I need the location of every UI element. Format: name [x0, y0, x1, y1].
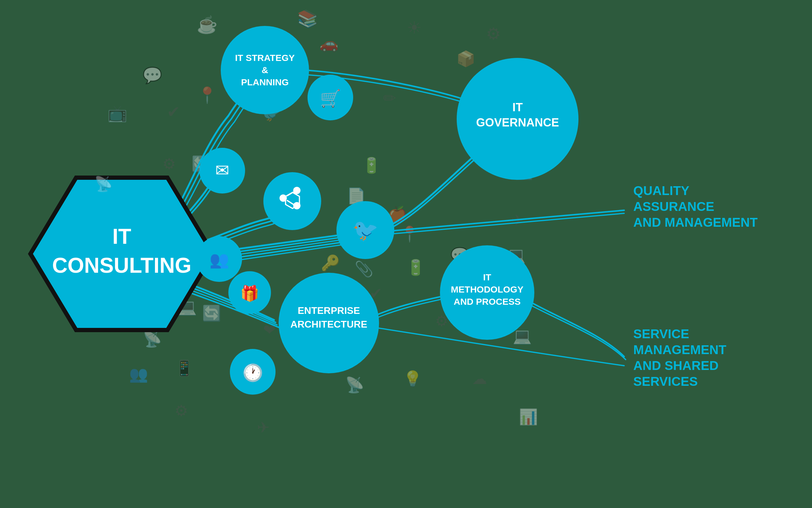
svg-text:📡: 📡 — [94, 175, 113, 193]
svg-text:📍: 📍 — [400, 225, 419, 243]
diagram-svg: ☕ 📚 🚗 ☀ ⚙ 📦 💬 ✔ 📺 📍 🐦 ✏ 📱 ⚙ 🔄 🔋 🔄 📄 🍎 📍 … — [0, 0, 812, 508]
svg-text:💬: 💬 — [142, 66, 162, 85]
svg-text:AND MANAGEMENT: AND MANAGEMENT — [633, 215, 758, 229]
svg-text:SERVICES: SERVICES — [633, 374, 698, 388]
svg-text:👥: 👥 — [209, 250, 229, 269]
svg-point-55 — [293, 202, 300, 209]
svg-text:✔: ✔ — [167, 103, 180, 121]
svg-text:AND PROCESS: AND PROCESS — [453, 297, 521, 306]
svg-text:&: & — [261, 65, 268, 75]
svg-text:📊: 📊 — [519, 408, 538, 426]
svg-text:🕐: 🕐 — [242, 363, 264, 383]
svg-text:IT: IT — [112, 224, 131, 248]
svg-text:📦: 📦 — [457, 50, 476, 68]
svg-text:📡: 📡 — [143, 330, 162, 348]
svg-text:📚: 📚 — [297, 9, 318, 29]
svg-text:📎: 📎 — [354, 260, 374, 278]
svg-text:ASSURANCE: ASSURANCE — [633, 199, 714, 214]
svg-text:METHODOLOGY: METHODOLOGY — [451, 284, 523, 294]
svg-text:☀: ☀ — [407, 18, 422, 37]
svg-text:🔄: 🔄 — [202, 304, 221, 323]
svg-text:⚙: ⚙ — [175, 402, 188, 419]
svg-point-53 — [280, 195, 287, 202]
svg-text:🎁: 🎁 — [240, 284, 259, 303]
svg-text:🔑: 🔑 — [321, 254, 340, 272]
svg-text:ENTERPRISE: ENTERPRISE — [298, 305, 360, 316]
svg-text:MANAGEMENT: MANAGEMENT — [633, 342, 726, 357]
svg-text:CONSULTING: CONSULTING — [52, 254, 192, 277]
svg-text:✈: ✈ — [257, 419, 270, 436]
svg-text:🛒: 🛒 — [320, 89, 341, 109]
svg-text:ARCHITECTURE: ARCHITECTURE — [290, 319, 367, 330]
svg-text:✏: ✏ — [383, 89, 396, 107]
svg-text:📱: 📱 — [175, 359, 194, 377]
svg-text:AND SHARED: AND SHARED — [633, 358, 719, 373]
svg-text:IT: IT — [483, 272, 491, 282]
svg-text:IT STRATEGY: IT STRATEGY — [235, 53, 295, 63]
svg-text:QUALITY: QUALITY — [633, 183, 689, 198]
svg-text:⚙: ⚙ — [162, 156, 176, 172]
svg-text:👥: 👥 — [129, 365, 148, 383]
svg-text:🐦: 🐦 — [352, 218, 378, 242]
svg-text:🔋: 🔋 — [362, 156, 381, 175]
svg-text:PLANNING: PLANNING — [241, 77, 289, 87]
svg-text:⚙: ⚙ — [435, 313, 448, 329]
svg-text:⚙: ⚙ — [486, 25, 501, 43]
svg-point-54 — [293, 187, 300, 194]
svg-text:☁: ☁ — [472, 370, 487, 387]
svg-text:🔋: 🔋 — [406, 258, 425, 277]
svg-text:🚗: 🚗 — [319, 34, 339, 53]
svg-text:📺: 📺 — [107, 104, 127, 123]
svg-text:✉: ✉ — [215, 161, 229, 180]
svg-text:SERVICE: SERVICE — [633, 327, 689, 341]
svg-text:📡: 📡 — [345, 376, 365, 394]
svg-text:📍: 📍 — [197, 86, 217, 104]
svg-text:☕: ☕ — [197, 15, 218, 35]
svg-text:💡: 💡 — [403, 370, 422, 388]
svg-text:GOVERNANCE: GOVERNANCE — [476, 116, 559, 129]
svg-text:IT: IT — [513, 101, 523, 114]
